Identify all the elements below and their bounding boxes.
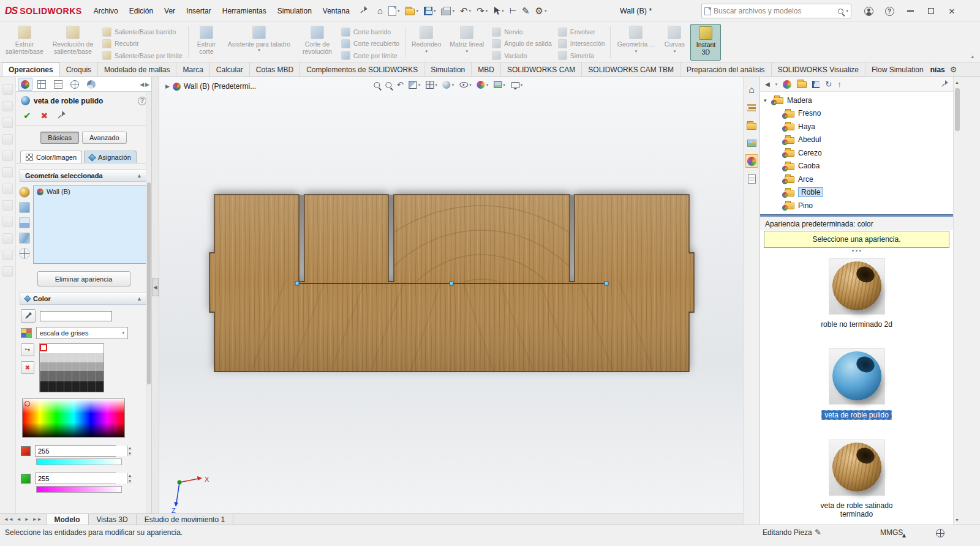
ribbon-asistente-taladro-button[interactable]: Asistente para taladro ▾ [222,24,296,61]
refresh-icon[interactable]: ↻ [825,80,832,89]
new-document-button[interactable]: ▾ [386,4,402,18]
eliminar-apariencia-button[interactable]: Eliminar apariencia [37,271,130,286]
filter-appearance-icon[interactable] [19,187,30,198]
ribbon-interseccion-button[interactable]: Intersección [555,39,608,48]
chevron-down-icon[interactable]: ▾ [434,9,436,13]
tab-color-imagen[interactable]: Color/Imagen [20,151,82,163]
last-tab-icon[interactable]: ►► [31,517,43,522]
left-toolbar-icon[interactable] [2,134,13,144]
left-toolbar-icon[interactable] [2,84,13,95]
ribbon-recubrir-button[interactable]: Recubrir [99,39,186,48]
thumbnail-label[interactable]: roble no terminado 2d [821,320,892,329]
chevron-down-icon[interactable]: ▾ [425,48,428,55]
gear-icon[interactable]: ⚙ [950,65,957,73]
ribbon-envolver-button[interactable]: Envolver [555,27,608,37]
tab-cotas-mbd[interactable]: Cotas MBD [250,62,300,77]
ribbon-corte-recubierto-button[interactable]: Corte recubierto [338,39,402,48]
up-level-icon[interactable]: ↑ [837,80,842,89]
zoom-area-button[interactable] [385,82,391,88]
ribbon-nervio-button[interactable]: Nervio [489,27,555,37]
color-section-header[interactable]: Color ▲ [20,293,148,305]
line-midpoint-handle[interactable] [450,282,453,285]
ribbon-extruir-corte-button[interactable]: Extruir corte [191,24,222,61]
units-dropdown-icon[interactable]: ▴ [902,531,906,539]
tree-label[interactable]: Fresno [798,109,821,118]
chevron-down-icon[interactable]: ▾ [469,9,472,13]
tree-label[interactable]: Haya [798,122,815,131]
previous-view-button[interactable]: ↶ [397,81,404,89]
ribbon-angulo-salida-button[interactable]: Ángulo de salida [489,39,555,48]
ribbon-revolucion-saliente-button[interactable]: Revolución de saliente/base [47,24,99,61]
edit-appearance-icon[interactable] [783,80,791,89]
display-style-button[interactable]: ▾ [443,81,454,89]
left-toolbar-icon[interactable] [2,233,13,244]
taskpane-appearances-tab[interactable] [745,154,758,168]
search-dropdown-icon[interactable]: ▾ [846,9,848,13]
basicas-button[interactable]: Básicas [40,132,79,144]
tab-modelo[interactable]: Modelo [46,514,89,525]
section-view-button[interactable]: ▾ [409,81,421,89]
ok-button[interactable]: ✔ [23,110,31,121]
tab-operaciones[interactable]: Operaciones [2,62,60,77]
spinner-up-icon[interactable]: ▲ [128,446,132,451]
tab-croquis[interactable]: Croquis [60,62,98,77]
tree-item-roble[interactable]: Roble [764,186,953,200]
tab-complementos[interactable]: Complementos de SOLIDWORKS [300,62,424,77]
scrollbar-thumb[interactable] [955,88,960,131]
tree-expand-icon[interactable]: ▶ [165,83,170,89]
chevron-down-icon[interactable]: ▾ [398,9,400,13]
line-endpoint-handle[interactable] [295,282,299,285]
avanzado-button[interactable]: Avanzado [82,132,127,144]
collapse-chevron-icon[interactable]: ▾ [764,97,770,103]
minimize-button[interactable] [902,2,919,20]
tree-label[interactable]: Arce [798,175,813,184]
chevron-up-icon[interactable]: ▲ [137,173,142,179]
chevron-down-icon[interactable]: ▾ [486,9,488,13]
panel-collapse-handle[interactable]: ◀ [152,278,159,296]
chevron-down-icon[interactable]: ▾ [635,48,638,55]
chevron-down-icon[interactable]: ▾ [418,83,421,88]
tab-preparacion-analisis[interactable]: Preparación del análisis [680,62,771,77]
tree-item-haya[interactable]: Haya [764,120,953,133]
scroll-down-icon[interactable]: ▼ [954,516,960,523]
taskpane-home-tab[interactable]: ⌂ [745,83,758,97]
left-toolbar-icon[interactable] [2,167,13,178]
ribbon-corte-revolucion-button[interactable]: Corte de revolución [296,24,338,61]
green-channel-gradient[interactable] [36,486,122,493]
autohide-pin-icon[interactable] [941,80,948,89]
units-label[interactable]: MMGS [880,528,903,537]
save-appearance-icon[interactable] [812,81,820,88]
chevron-down-icon[interactable]: ▾ [466,48,468,55]
chevron-down-icon[interactable]: ▾ [452,83,454,88]
cancel-button[interactable]: ✖ [41,111,48,121]
chevron-down-icon[interactable]: ▾ [502,9,504,13]
pm-tab-cam[interactable] [84,78,99,91]
pm-tab-displaymanager[interactable] [67,78,82,91]
ribbon-collapse-icon[interactable]: ▴ [971,53,974,59]
menu-simulation[interactable]: Simulation [272,0,317,22]
pm-tabs-right-icon[interactable]: ▶ [145,81,149,88]
menu-pin-icon[interactable] [360,6,368,15]
red-value-input[interactable] [36,446,127,456]
pin-button[interactable] [58,111,66,121]
tree-label[interactable]: Caoba [798,162,820,170]
chevron-down-icon[interactable]: ▾ [452,9,454,13]
spinner-up-icon[interactable]: ▲ [128,473,132,479]
maximize-button[interactable] [922,2,940,20]
print-button[interactable]: ▾ [439,5,457,17]
tree-label[interactable]: Cerezo [798,149,822,157]
home-button[interactable]: ⌂ [375,4,385,17]
ribbon-corte-barrido-button[interactable]: Corte barrido [338,27,402,37]
add-folder-icon[interactable] [797,81,807,88]
spinner-down-icon[interactable]: ▼ [128,451,132,457]
apply-scene-button[interactable]: ▾ [494,81,505,88]
taskpane-design-library-tab[interactable] [745,101,758,114]
pm-tab-configurations[interactable] [34,78,49,91]
red-channel-gradient[interactable] [36,458,122,465]
back-button[interactable]: ◀ [765,81,770,88]
ribbon-matriz-lineal-button[interactable]: Matriz lineal ▾ [445,24,489,61]
filter-bodies-icon[interactable] [19,202,30,213]
thumbnail-label[interactable]: veta de roble satinado terminado [820,501,892,518]
left-toolbar-icon[interactable] [2,118,13,128]
left-toolbar-icon[interactable] [2,101,13,111]
